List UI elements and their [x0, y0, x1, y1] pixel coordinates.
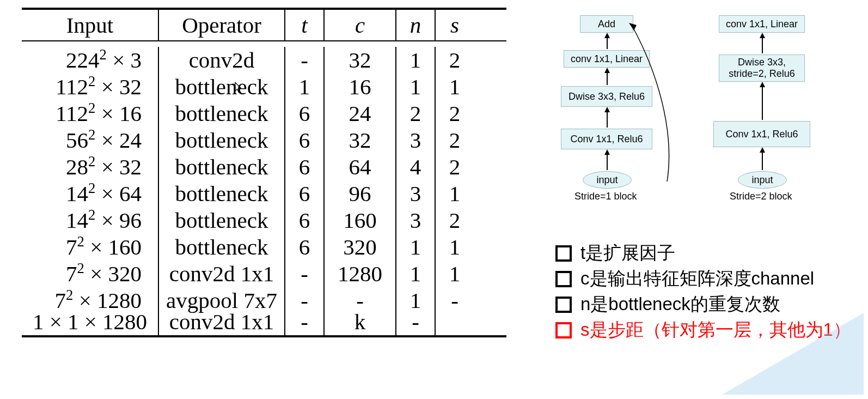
table-row: 1 × 1 × 1280conv2d 1x1-k- [22, 309, 506, 335]
table-header: Input Operator t c n s [22, 8, 506, 41]
cell-n: 1 [396, 261, 436, 287]
cell-n: 1 [396, 47, 436, 74]
legend-text-c: c是输出特征矩阵深度channel [580, 267, 814, 291]
architecture-table: Input Operator t c n s 2242 × 3conv2d-32… [22, 8, 506, 337]
cell-n: - [396, 309, 436, 335]
bullet-icon [555, 297, 572, 313]
cell-operator: bottleneck [158, 234, 285, 261]
bullet-icon [555, 322, 572, 338]
cell-t: 6 [285, 180, 325, 207]
cell-s: 1 [436, 74, 474, 100]
cell-operator: bottleneck [158, 74, 285, 100]
legend-text-t: t是扩展因子 [580, 241, 675, 265]
cell-t: 6 [285, 207, 325, 234]
cell-c: 32 [325, 47, 396, 74]
cell-n: 4 [396, 154, 436, 180]
cell-s: 1 [436, 261, 474, 287]
cell-n: 3 [396, 127, 436, 154]
cell-s: - [436, 287, 474, 314]
cell-operator: conv2d [158, 47, 285, 74]
cell-operator: bottleneck [158, 180, 285, 207]
corner-triangle [722, 313, 864, 395]
cell-t: - [285, 309, 325, 335]
col-s: s [436, 10, 474, 40]
diag-right-caption: Stride=2 block [730, 191, 792, 202]
cell-t: 6 [285, 100, 325, 127]
diag-right-dwise: Dwise 3x3, stride=2, Relu6 [719, 55, 805, 82]
cell-c: 1280 [325, 261, 396, 287]
legend-item-c: c是输出特征矩阵深度channel [555, 267, 851, 291]
cell-s: 2 [436, 100, 474, 127]
cell-operator: bottleneck [158, 100, 285, 127]
cell-c: 160 [325, 207, 396, 234]
cell-n: 2 [396, 100, 436, 127]
cell-s: 2 [436, 127, 474, 154]
cell-s: 2 [436, 47, 474, 74]
cell-input: 1 × 1 × 1280 [22, 309, 158, 335]
cell-n: 1 [396, 234, 436, 261]
cell-s: 1 [436, 234, 474, 261]
cell-c: 64 [325, 154, 396, 180]
cell-s: 2 [436, 154, 474, 180]
diag-right-conv-relu: Conv 1x1, Relu6 [713, 121, 810, 147]
cell-c: 96 [325, 180, 396, 207]
cell-n: 3 [396, 180, 436, 207]
table-row: 2242 × 3conv2d-3212 [22, 41, 506, 68]
cell-c: 32 [325, 127, 396, 154]
cell-t: - [285, 261, 325, 287]
cell-t: 1 [285, 74, 325, 100]
col-c: c [325, 10, 396, 40]
cell-operator: bottleneck [158, 127, 285, 154]
cell-t: 6 [285, 127, 325, 154]
cell-operator: bottleneck [158, 207, 285, 234]
cell-n: 3 [396, 207, 436, 234]
cell-s: 2 [436, 207, 474, 234]
cell-operator: conv2d 1x1 [158, 309, 285, 335]
cell-t: - [285, 47, 325, 74]
cell-c: 24 [325, 100, 396, 127]
cell-c: 320 [325, 234, 396, 261]
col-n: n [396, 10, 436, 40]
cell-operator: conv2d 1x1 [158, 261, 285, 287]
table-body: 2242 × 3conv2d-32121122 × 32bottleneck11… [22, 41, 506, 337]
cell-operator: bottleneck [158, 154, 285, 180]
legend-item-t: t是扩展因子 [555, 241, 851, 265]
cell-n: 1 [396, 74, 436, 100]
bullet-icon [555, 245, 572, 262]
bullet-icon [555, 271, 572, 287]
diag-left-caption: Stride=1 block [574, 191, 637, 202]
diag-left-input: input [583, 171, 632, 189]
col-operator: Operator [158, 10, 285, 40]
diag-left-add: Add [580, 15, 633, 33]
cell-s: 1 [436, 180, 474, 207]
cell-t: 6 [285, 154, 325, 180]
diag-right-conv-linear: conv 1x1, Linear [719, 15, 805, 33]
col-input: Input [22, 10, 158, 40]
cell-t: 6 [285, 234, 325, 261]
col-t: t [285, 10, 325, 40]
cell-c: 16 [325, 74, 396, 100]
svg-marker-0 [629, 23, 637, 31]
skip-connection-arrow [629, 21, 675, 184]
diag-right-input: input [738, 171, 787, 189]
cell-c: k [325, 309, 396, 335]
